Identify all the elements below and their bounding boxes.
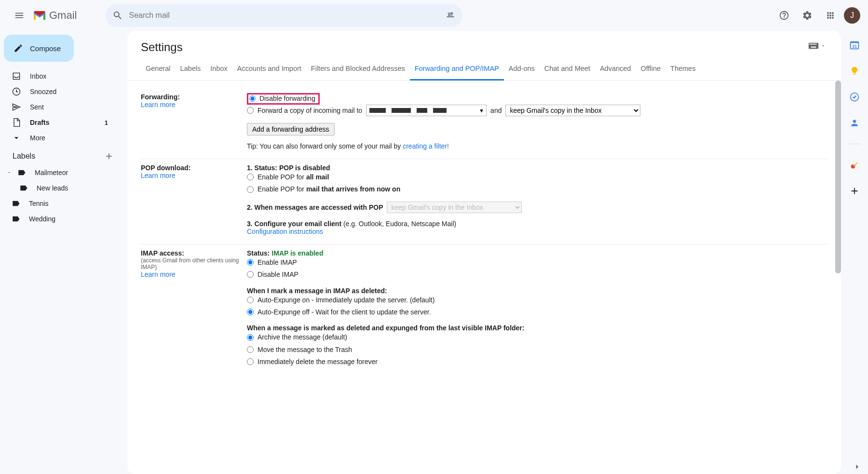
imap-expunged-header: When a message is marked as deleted and … [247,324,827,332]
keep-app[interactable] [849,66,860,76]
radio-expunge-on[interactable] [247,297,254,303]
tip-text: Tip: You can also forward only some of y… [247,142,403,150]
caret-icon[interactable] [7,170,12,175]
label-text: Wedding [29,215,55,223]
search-options-icon[interactable] [445,10,456,21]
radio-expunge-off[interactable] [247,309,254,315]
addon-app[interactable] [849,160,860,170]
calendar-app[interactable]: 31 [849,40,860,50]
sidebar-item-drafts[interactable]: Drafts 1 [4,115,120,130]
tab-offline[interactable]: Offline [636,61,665,80]
sidebar-item-more[interactable]: More [4,130,120,146]
pop-options: 1. Status: POP is disabled Enable POP fo… [247,164,827,235]
radio-disable-forwarding[interactable] [249,95,256,102]
settings-panel: Settings General Labels Inbox Accounts a… [127,31,841,474]
contacts-app[interactable] [849,118,860,128]
chevron-down-icon [12,133,21,143]
imap-learn-more[interactable]: Learn more [141,271,247,278]
sidebar-item-inbox[interactable]: Inbox [4,68,120,84]
radio-forward-copy[interactable] [247,107,254,114]
gear-icon [802,10,813,21]
disable-forwarding-label: Disable forwarding [259,95,315,102]
svg-rect-9 [811,47,816,48]
forwarding-tip: Tip: You can also forward only some of y… [247,142,827,150]
meteor-icon [850,160,859,170]
search-bar[interactable] [106,4,462,27]
inbox-icon [12,71,21,81]
compose-button[interactable]: Compose [4,35,74,62]
panel-toggle[interactable] [853,462,861,471]
pop-config-link[interactable]: Configuration instructions [247,228,827,235]
forwarding-section: Forwarding: Learn more Disable forwardin… [141,88,827,159]
sidebar-item-sent[interactable]: Sent [4,99,120,115]
pop-access-select: keep Gmail's copy in the Inbox [387,202,522,213]
expunge-on-row: Auto-Expunge on - Immediately update the… [247,295,827,305]
imap-options: Status: IMAP is enabled Enable IMAP Disa… [247,249,827,369]
tab-labels[interactable]: Labels [176,61,206,80]
radio-imap-disable[interactable] [247,271,254,278]
forward-to-select[interactable]: ▾ [366,105,487,116]
pop-title: POP download: [141,164,247,172]
tab-general[interactable]: General [141,61,176,80]
forwarding-title: Forwarding: [141,93,247,101]
gmail-icon [33,10,46,21]
keyboard-icon [808,42,819,49]
label-icon [19,184,28,192]
and-text: and [490,105,502,116]
radio-archive[interactable] [247,334,254,341]
radio-trash[interactable] [247,346,254,353]
tab-filters[interactable]: Filters and Blocked Addresses [306,61,410,80]
label-icon [12,199,20,208]
scrollbar[interactable] [835,81,841,273]
main-menu-button[interactable] [8,4,31,27]
tab-advanced[interactable]: Advanced [595,61,636,80]
label-mailmeteor[interactable]: Mailmeteor [4,165,120,180]
radio-imap-enable[interactable] [247,259,254,266]
get-addons[interactable] [849,186,860,196]
apps-button[interactable] [821,6,840,25]
add-label-icon[interactable] [104,151,114,161]
forwarding-learn-more[interactable]: Learn more [141,101,247,108]
logo-text: Gmail [49,9,77,22]
keep-copy-select[interactable]: keep Gmail's copy in the Inbox [505,105,640,116]
nav-label: Drafts [30,119,49,126]
gmail-logo[interactable]: Gmail [33,9,77,22]
label-wedding[interactable]: Wedding [4,211,120,227]
tab-forwarding[interactable]: Forwarding and POP/IMAP [410,61,504,81]
radio-pop-all[interactable] [247,174,254,180]
panel-divider [849,144,860,144]
label-text: Mailmeteor [35,169,68,176]
forward-copy-label: Forward a copy of incoming mail to [258,105,362,116]
hamburger-icon [14,10,25,21]
support-button[interactable] [774,6,794,25]
label-tennis[interactable]: Tennis [4,196,120,211]
settings-button[interactable] [798,6,817,25]
label-new-leads[interactable]: New leads [4,180,120,196]
pop-learn-more[interactable]: Learn more [141,172,247,179]
tasks-app[interactable] [849,92,860,102]
tab-addons[interactable]: Add-ons [504,61,540,80]
create-filter-link[interactable]: creating a filter! [403,142,449,150]
help-icon [779,10,789,21]
account-avatar[interactable]: J [844,7,860,24]
tab-inbox[interactable]: Inbox [205,61,232,80]
plus-icon [849,186,860,196]
header-actions: J [774,6,860,25]
forwarding-options: Disable forwarding Forward a copy of inc… [247,93,827,150]
add-forwarding-address-button[interactable]: Add a forwarding address [247,123,335,135]
radio-delete-forever[interactable] [247,358,254,365]
svg-rect-8 [815,43,816,44]
tab-chat[interactable]: Chat and Meet [540,61,595,80]
radio-pop-now[interactable] [247,186,254,193]
sidebar-item-snoozed[interactable]: Snoozed [4,84,120,99]
pop-access-label: 2. When messages are accessed with POP [247,202,383,213]
search-input[interactable] [129,11,445,20]
svg-point-0 [448,14,450,16]
svg-rect-7 [814,43,815,44]
send-icon [12,102,21,112]
section-label: Forwarding: Learn more [141,93,247,150]
section-label: IMAP access: (access Gmail from other cl… [141,249,247,369]
input-tool-indicator[interactable] [808,42,826,49]
tab-accounts[interactable]: Accounts and Import [232,61,306,80]
tab-themes[interactable]: Themes [665,61,700,80]
